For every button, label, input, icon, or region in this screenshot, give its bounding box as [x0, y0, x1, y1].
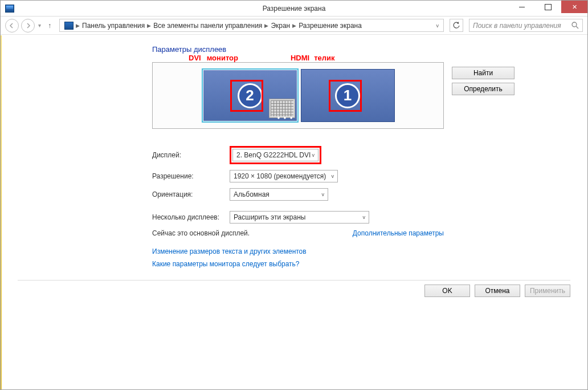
breadcrumb-sep-icon: ▶	[290, 23, 299, 29]
multi-display-label: Несколько дисплеев:	[152, 213, 230, 221]
orientation-select-value: Альбомная	[234, 190, 270, 198]
chevron-down-icon: v	[332, 173, 334, 179]
primary-display-status: Сейчас это основной дисплей.	[152, 229, 250, 237]
multi-display-select-value: Расширить эти экраны	[234, 213, 305, 221]
resolution-label: Разрешение:	[152, 172, 230, 180]
monitor-2[interactable]: 2 ● ● ●	[202, 68, 299, 123]
monitor-menu-dots-icon: ● ● ●	[277, 115, 294, 120]
display-select-value: 2. BenQ G2222HDL DVI	[236, 151, 311, 159]
cancel-button[interactable]: Отмена	[475, 285, 520, 297]
resolution-select-value: 1920 × 1080 (рекомендуется)	[234, 172, 326, 180]
svg-line-1	[576, 26, 578, 29]
close-button[interactable]	[561, 1, 587, 13]
anno-dvi: DVI	[189, 54, 201, 62]
back-button[interactable]	[5, 19, 19, 32]
divider	[18, 280, 570, 281]
breadcrumb-sep-icon: ▶	[74, 23, 82, 29]
maximize-button[interactable]	[535, 1, 561, 13]
anno-hdmi: HDMI	[291, 54, 309, 62]
section-title: Параметры дисплеев	[152, 45, 570, 54]
titlebar: Разрешение экрана	[1, 1, 587, 17]
anno-tv: телик	[314, 54, 334, 62]
chevron-down-icon: v	[363, 214, 366, 220]
resolution-select[interactable]: 1920 × 1080 (рекомендуется) v	[230, 170, 338, 182]
user-annotations: DVI монитор HDMI телик	[189, 54, 570, 62]
advanced-settings-link[interactable]: Дополнительные параметры	[353, 229, 444, 237]
multi-display-select[interactable]: Расширить эти экраны v	[230, 211, 369, 224]
chevron-down-icon: v	[322, 192, 325, 197]
find-button[interactable]: Найти	[452, 67, 514, 79]
forward-button[interactable]	[21, 19, 35, 32]
ok-button[interactable]: OK	[424, 285, 470, 297]
text-size-link[interactable]: Изменение размеров текста и других элеме…	[152, 247, 570, 255]
left-accent-edge	[1, 35, 2, 389]
display-arrangement-box[interactable]: 2 ● ● ● 1	[152, 62, 444, 129]
history-dropdown-icon[interactable]: ▾	[37, 22, 42, 29]
svg-point-0	[572, 22, 577, 27]
orientation-select[interactable]: Альбомная v	[230, 188, 328, 201]
breadcrumb[interactable]: ▶ Панель управления ▶ Все элементы панел…	[59, 19, 444, 32]
breadcrumb-item[interactable]: Панель управления	[82, 22, 145, 30]
anno-monitor: монитор	[207, 54, 238, 62]
navbar: ▾ ↑ ▶ Панель управления ▶ Все элементы п…	[1, 17, 587, 35]
control-panel-icon	[64, 22, 74, 30]
minimize-button[interactable]	[509, 1, 535, 13]
breadcrumb-sep-icon: ▶	[145, 23, 153, 29]
window-title: Разрешение экрана	[263, 5, 326, 13]
apply-button[interactable]: Применить	[525, 285, 570, 297]
user-annotation-box	[329, 80, 362, 112]
detect-button[interactable]: Определить	[452, 83, 514, 95]
user-annotation-box: 2. BenQ G2222HDL DVI v	[230, 146, 321, 164]
display-label: Дисплей:	[152, 151, 230, 159]
breadcrumb-item[interactable]: Экран	[271, 22, 290, 30]
user-annotation-box	[230, 80, 263, 112]
orientation-label: Ориентация:	[152, 190, 230, 198]
which-settings-link[interactable]: Какие параметры монитора следует выбрать…	[152, 260, 570, 268]
breadcrumb-item[interactable]: Разрешение экрана	[299, 22, 362, 30]
breadcrumb-sep-icon: ▶	[262, 23, 271, 29]
refresh-button[interactable]	[450, 19, 463, 32]
display-select[interactable]: 2. BenQ G2222HDL DVI v	[232, 149, 318, 161]
up-button[interactable]: ↑	[44, 22, 55, 30]
search-placeholder: Поиск в панели управления	[473, 22, 561, 30]
search-icon	[571, 22, 579, 29]
breadcrumb-dropdown-icon[interactable]: v	[432, 23, 439, 29]
search-input[interactable]: Поиск в панели управления	[469, 19, 583, 32]
app-icon	[5, 5, 14, 13]
breadcrumb-item[interactable]: Все элементы панели управления	[153, 22, 262, 30]
chevron-down-icon: v	[312, 152, 315, 158]
monitor-1[interactable]: 1	[301, 69, 395, 122]
